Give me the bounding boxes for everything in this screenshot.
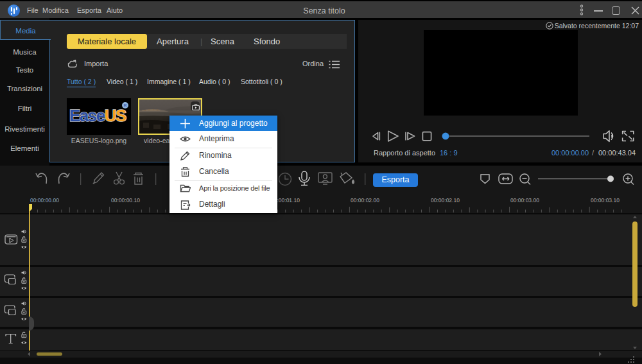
svg-text:EaseUS: EaseUS xyxy=(69,106,126,125)
svg-text:R: R xyxy=(123,103,126,108)
